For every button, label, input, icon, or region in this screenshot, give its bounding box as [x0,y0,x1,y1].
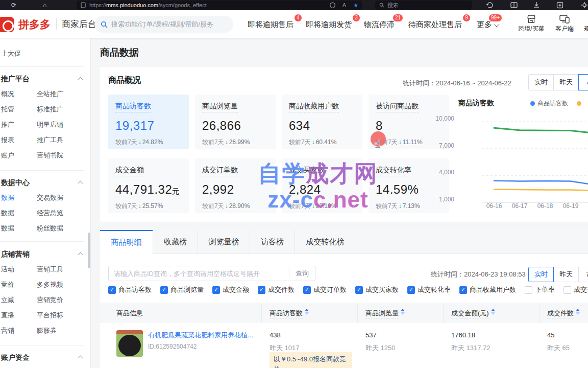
promo-suggestion-tag[interactable]: 以￥0.5~49.0报名同款竞价 [270,352,352,368]
checkbox-gmv[interactable]: 成交金额 [212,285,249,294]
sidebar-item[interactable]: 账户 [1,151,14,159]
sidebar-scrollbar[interactable] [88,233,90,268]
sidebar-section-promotion-platform[interactable]: 推广平台 [0,71,90,86]
sidebar-section-shop-marketing[interactable]: 店铺营销 [0,246,90,262]
sidebar-item[interactable]: 营销 [1,327,14,334]
browser-home-icon[interactable]: ⌂ [43,1,46,9]
sidebar-item[interactable]: 推广 [1,121,14,128]
stat-label[interactable]: 商品访客数 [115,102,151,112]
divider [56,18,57,30]
sidebar-section-data-center[interactable]: 数据中心 [0,175,90,190]
sidebar-item-overview[interactable]: 经营总览 [37,205,63,221]
reader-mode-icon[interactable]: A [342,2,346,8]
product-thumbnail[interactable] [116,330,143,357]
nav-logistics-stalled[interactable]: 物流停滞21 [364,20,395,30]
bookmark-star-icon[interactable]: ★ [353,2,358,9]
range-button-yesterday[interactable]: 昨天 [553,267,579,282]
downloads-icon[interactable] [533,2,540,9]
stat-card-visitors: 商品访客数 19,317 较前7天24.82% [108,95,189,149]
browser-search-box[interactable]: 搜索 [375,1,472,10]
goods-id-input[interactable] [109,270,289,278]
nav-overdue-shipping[interactable]: 即将逾期发货3 [306,20,352,30]
quicklink-rules[interactable]: 规则中心 [582,14,588,33]
header-search[interactable] [94,16,233,33]
header-search-input[interactable] [111,20,224,28]
query-button[interactable]: 查询 [289,269,315,278]
range-button-7days[interactable]: 7天 [578,267,588,282]
checkbox-pageviews[interactable]: 商品浏览量 [160,285,204,294]
settings-gear-icon[interactable] [581,2,588,9]
sidebar-item[interactable]: 直播 [1,311,14,319]
checkbox-units[interactable]: 成交件数 [258,285,295,294]
sidebar-item-trade-data[interactable]: 交易数据 [37,190,63,205]
col-units[interactable]: 成交件数 [547,309,580,318]
checkbox-buyers[interactable]: 成交买家数 [355,285,399,294]
sidebar-item-pengzhang-coupon[interactable]: 膨胀券 [37,323,57,338]
range-button-7days[interactable]: 7天 [578,74,588,90]
checkbox-orders[interactable]: 成交订单数 [303,285,347,294]
tab-visitor-rank[interactable]: 访客榜 [250,230,295,254]
x-tick: 06-17 [507,202,532,210]
tab-conversion-rank[interactable]: 成交转化榜 [295,230,355,254]
nav-more[interactable]: 更多99+ [477,20,498,30]
range-button-realtime[interactable]: 实时 [528,267,554,282]
sidebar-item-duoduo-video[interactable]: 多多视频 [37,277,63,292]
shield-icon[interactable] [330,2,335,8]
sidebar-item-yingxiao-school[interactable]: 营销书院 [37,148,63,163]
sidebar-item[interactable]: 托管 [1,105,14,113]
sidebar-item-dacu[interactable]: 上大促 [0,46,90,61]
col-gmv[interactable]: 成交金额(元) [451,309,495,318]
checkbox-order-rate[interactable]: 下单率 [525,285,555,294]
stat-label[interactable]: 被访问商品数 [376,102,419,112]
sidebar-item[interactable]: 立减 [1,296,14,304]
sidebar-item[interactable]: 数据 [1,224,14,232]
sidebar-item-quanzhan[interactable]: 全站推广 [37,86,63,102]
sidebar-item-mingxing[interactable]: 明星店铺 [37,117,63,132]
checkbox-deal-rate[interactable]: 成交率 [564,285,588,294]
stat-label[interactable]: 成交买家数 [289,166,325,176]
sidebar-item[interactable]: 报表 [1,136,14,144]
stat-label[interactable]: 商品浏览量 [202,102,238,112]
sidebar-item-goods-data-active[interactable]: 数据 [1,194,14,201]
nav-pending-aftersale[interactable]: 待商家处理售后9 [408,20,462,30]
browser-url-bar[interactable]: https://mms.pinduoduo.com/sycm/goods_eff… [77,1,362,10]
nav-overdue-aftersale[interactable]: 即将逾期售后4 [248,20,293,30]
col-visitors[interactable]: 商品访客数 [270,309,309,318]
page-info-icon[interactable] [81,2,86,8]
sidebar-item[interactable]: 竞价 [1,281,14,288]
sidebar-item[interactable]: 概况 [1,90,14,98]
sync-icon[interactable] [486,2,494,9]
extensions-add-icon[interactable] [556,2,564,9]
stat-card-favorites: 商品收藏用户数 634 较前7天60.41% [282,95,362,149]
product-name-link[interactable]: 有机肥瓜果蔬菜花肥料家用养花植... [148,331,255,340]
stat-label[interactable]: 成交转化率 [376,166,411,176]
col-pageviews[interactable]: 商品浏览量 [365,309,405,318]
split-view-icon[interactable] [510,2,518,9]
sidebar-item-platform-tender[interactable]: 平台招标 [37,308,63,323]
stat-label[interactable]: 商品收藏用户数 [289,102,339,112]
checkbox-conversion[interactable]: 成交转化率 [407,285,451,294]
pinduoduo-logo-icon[interactable] [0,17,14,32]
range-button-realtime[interactable]: 实时 [528,74,554,90]
stat-label[interactable]: 成交订单数 [202,166,238,176]
quicklink-crossborder[interactable]: 跨境/买菜 [517,14,546,33]
sidebar-item-marketing-bid[interactable]: 营销竞价 [37,292,63,308]
tab-favorites-rank[interactable]: 收藏榜 [153,230,198,254]
browser-reload-icon[interactable]: ⟳ [11,1,16,9]
sidebar-item[interactable]: 数据 [1,209,14,217]
tab-pageview-rank[interactable]: 浏览量榜 [198,230,250,254]
sidebar-section-account-funds[interactable]: 账户资金 [0,350,90,365]
tab-goods-detail[interactable]: 商品明细 [100,230,153,254]
quicklink-client-app[interactable]: 客户端 [550,14,579,33]
sidebar-item-biaozhun[interactable]: 标准推广 [37,102,63,117]
sidebar-item[interactable]: 活动 [1,265,14,273]
sidebar-item-fans-data[interactable]: 粉丝数据 [37,221,63,236]
stat-label[interactable]: 成交金额 [115,166,144,176]
sort-icon [305,309,309,315]
sidebar-item-tuiguang-tools[interactable]: 推广工具 [37,132,63,148]
sidebar-item-marketing-tools[interactable]: 营销工具 [37,262,63,277]
brand-name[interactable]: 拼多多 [18,17,51,32]
checkbox-visitors[interactable]: 商品访客数 [108,285,152,294]
checkbox-favorites[interactable]: 商品收藏用户数 [459,285,516,294]
range-button-yesterday[interactable]: 昨天 [553,74,579,90]
